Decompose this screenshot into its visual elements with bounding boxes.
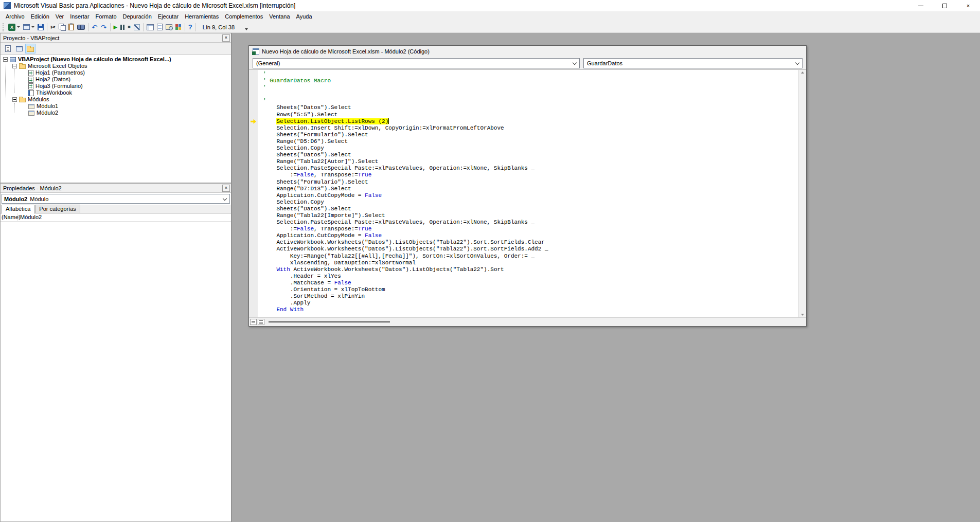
code-line: Key:=Range("Tabla22[[#All],[Fecha]]"), S… <box>263 253 798 260</box>
paste-icon <box>68 24 74 30</box>
find-icon <box>77 25 85 29</box>
project-panel-title: Proyecto - VBAProject <box>3 35 59 41</box>
project-panel-close-button[interactable]: × <box>222 34 230 42</box>
undo-button[interactable]: ↶ <box>90 22 99 32</box>
tab-por-categorias[interactable]: Por categorías <box>35 205 80 213</box>
object-browser-button[interactable] <box>164 22 174 32</box>
full-module-view-button[interactable] <box>258 319 264 325</box>
tree-item-hoja1[interactable]: Hoja1 (Parametros) <box>1 69 231 76</box>
collapse-icon[interactable] <box>3 57 8 62</box>
excel-icon: X <box>8 24 15 31</box>
property-row[interactable]: (Name)Módulo2 <box>1 213 231 222</box>
horizontal-scrollbar[interactable] <box>265 318 806 326</box>
break-button[interactable] <box>119 22 126 32</box>
folder-icon <box>19 98 26 102</box>
toolbar-grip[interactable] <box>3 23 5 31</box>
project-explorer-button[interactable] <box>145 22 155 32</box>
scroll-down-icon <box>801 314 804 316</box>
properties-window-button[interactable] <box>155 22 164 32</box>
cut-button[interactable]: ✂ <box>49 22 57 32</box>
help-button[interactable]: ? <box>187 22 194 32</box>
toolbar-separator <box>47 23 47 31</box>
tree-item-hoja3[interactable]: Hoja3 (Formulario) <box>1 83 231 89</box>
tree-item-modulos[interactable]: Módulos <box>1 96 231 103</box>
full-module-view-icon <box>259 320 263 324</box>
tree-item-modulo1[interactable]: Módulo1 <box>1 103 231 110</box>
menu-depuracion[interactable]: Depuración <box>120 11 155 22</box>
text-cursor <box>388 118 389 124</box>
object-combo-value: (General) <box>256 60 280 66</box>
code-line: Sheets("Datos").Select <box>263 104 798 111</box>
scrollbar-line <box>269 321 390 322</box>
properties-panel-close-button[interactable]: × <box>222 185 230 192</box>
insert-userform-button[interactable] <box>22 22 36 32</box>
toolbar-separator <box>185 23 185 31</box>
tab-alfabetica[interactable]: Alfabética <box>2 205 34 213</box>
props-icon <box>157 24 163 30</box>
toolbar-buttons: X✂↶↷▶■? <box>7 22 198 32</box>
code-editor[interactable]: '' GuardarDatos Macro'' Sheets("Datos").… <box>258 70 798 317</box>
menu-insertar[interactable]: Insertar <box>67 11 92 22</box>
property-value[interactable]: Módulo2 <box>18 213 231 221</box>
code-line: Range("Tabla22[Autor]").Select <box>263 158 798 165</box>
menu-edicion[interactable]: Edición <box>28 11 52 22</box>
code-line: xlAscending, DataOption:=xlSortNormal <box>263 260 798 266</box>
reset-button[interactable]: ■ <box>126 22 132 32</box>
code-window-titlebar[interactable]: Nuevo Hoja de cálculo de Microsoft Excel… <box>249 46 806 57</box>
close-button[interactable]: × <box>956 0 980 11</box>
menu-ejecutar[interactable]: Ejecutar <box>155 11 182 22</box>
copy-button[interactable] <box>57 22 67 32</box>
code-window-title: Nuevo Hoja de cálculo de Microsoft Excel… <box>262 48 430 55</box>
brk-icon <box>120 25 124 30</box>
code-line: Selection.Copy <box>263 199 798 206</box>
menu-complementos[interactable]: Complementos <box>222 11 266 22</box>
viewobj-icon <box>16 46 23 51</box>
tree-item-vbaproject-root[interactable]: VBAProject (Nuevo Hoja de cálculo de Mic… <box>1 56 231 63</box>
code-line: Application.CutCopyMode = False <box>263 232 798 239</box>
minimize-button[interactable] <box>909 0 933 11</box>
menu-ver[interactable]: Ver <box>52 11 67 22</box>
code-line: Range("Tabla22[Importe]").Select <box>263 212 798 219</box>
toggle-folders-button[interactable] <box>25 44 35 53</box>
procedure-combo[interactable]: GuardarDatos <box>583 58 803 68</box>
view-object-button[interactable] <box>14 44 24 53</box>
menubar: ArchivoEdiciónVerInsertarFormatoDepuraci… <box>0 11 980 22</box>
continue-button[interactable]: ▶ <box>112 22 119 32</box>
dropdown-arrow-icon <box>17 26 20 28</box>
chevron-down-icon <box>573 60 577 64</box>
tree-item-thisworkbook[interactable]: ThisWorkbook <box>1 89 231 96</box>
caret-position-label: Lín 9, Col 38 <box>198 24 240 30</box>
project-icon <box>10 57 16 62</box>
design-mode-button[interactable] <box>132 22 141 32</box>
menu-ayuda[interactable]: Ayuda <box>293 11 315 22</box>
collapse-icon[interactable] <box>12 64 17 68</box>
toolbox-button[interactable] <box>174 22 183 32</box>
maximize-button[interactable] <box>933 0 956 11</box>
procedure-view-button[interactable] <box>250 319 257 325</box>
menu-formato[interactable]: Formato <box>93 11 120 22</box>
code-line: ' <box>263 71 798 78</box>
tree-item-hoja2[interactable]: Hoja2 (Datos) <box>1 76 231 83</box>
save-button[interactable] <box>36 22 45 32</box>
view-microsoft-excel-button[interactable]: X <box>7 22 22 32</box>
tree-item-microsoft-excel-objetos[interactable]: Microsoft Excel Objetos <box>1 63 231 69</box>
code-line: ' <box>263 84 798 91</box>
paste-button[interactable] <box>67 22 76 32</box>
module-icon <box>28 111 34 116</box>
find-button[interactable] <box>76 22 86 32</box>
collapse-icon[interactable] <box>12 97 17 102</box>
object-combo[interactable]: (General) <box>253 58 580 68</box>
menu-archivo[interactable]: Archivo <box>3 11 28 22</box>
menu-herramientas[interactable]: Herramientas <box>182 11 222 22</box>
toolbar-overflow-button[interactable] <box>243 22 250 32</box>
tree-item-modulo2[interactable]: Módulo2 <box>1 110 231 116</box>
redo-button[interactable]: ↷ <box>99 22 109 32</box>
vertical-scrollbar[interactable] <box>798 70 806 317</box>
object-selector-combo[interactable]: Módulo2 Módulo <box>2 194 230 204</box>
properties-tabs: AlfabéticaPor categorías <box>1 205 231 213</box>
view-code-button[interactable] <box>3 44 13 53</box>
menu-ventana[interactable]: Ventana <box>266 11 293 22</box>
code-line: Selection.Copy <box>263 145 798 152</box>
margin-indicator-bar[interactable] <box>249 70 258 317</box>
code-line: Selection.ListObject.ListRows (2) <box>263 118 798 125</box>
